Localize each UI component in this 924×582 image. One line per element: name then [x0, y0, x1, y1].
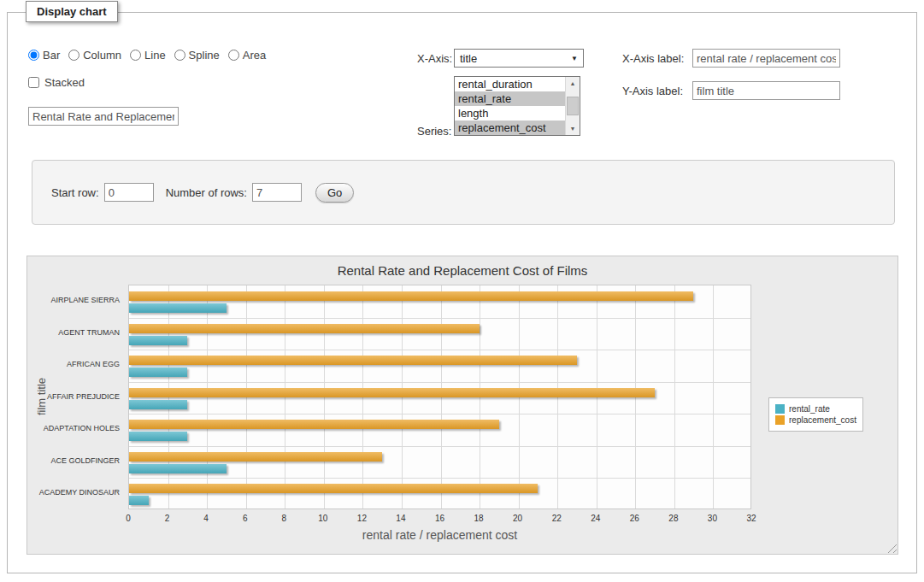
y-category-label: AFRICAN EGG — [27, 349, 120, 381]
chart-type-option-spline[interactable]: Spline — [174, 49, 220, 62]
y-category-labels: AIRPLANE SIERRAAGENT TRUMANAFRICAN EGGAF… — [27, 285, 124, 509]
bar-replacement_cost — [129, 291, 693, 301]
bar-rental_rate — [129, 336, 187, 345]
legend-swatch — [775, 404, 785, 414]
chart-container: Rental Rate and Replacement Cost of Film… — [26, 256, 898, 555]
x-axis-label-label: X-Axis label: — [622, 52, 684, 65]
scrollbar-thumb[interactable] — [567, 97, 579, 115]
scrollbar-up-icon[interactable]: ▲ — [566, 77, 580, 90]
go-button[interactable]: Go — [315, 183, 354, 203]
chart-type-radio-bar[interactable] — [28, 50, 39, 61]
x-axis-selected-value: title — [460, 52, 477, 65]
y-axis-label-label: Y-Axis label: — [622, 85, 683, 97]
chart-type-option-label: Line — [144, 49, 166, 62]
x-tick-label: 22 — [552, 514, 562, 523]
row-range-panel: Start row: Number of rows: Go — [32, 160, 895, 225]
y-category-label: ACADEMY DINOSAUR — [27, 477, 120, 509]
x-tick-label: 10 — [318, 514, 327, 523]
y-category-label: ACE GOLDFINGER — [27, 445, 120, 478]
series-select-label: Series: — [417, 125, 451, 138]
series-option-rental_duration[interactable]: rental_duration — [455, 77, 565, 91]
fieldset-legend: Display chart — [26, 1, 118, 22]
x-tick-label: 30 — [708, 514, 717, 523]
x-tick-label: 0 — [126, 514, 131, 523]
h-gridline — [129, 318, 750, 319]
chart-type-option-column[interactable]: Column — [68, 49, 121, 62]
h-gridline — [129, 446, 750, 447]
scrollbar[interactable]: ▲ ▼ — [565, 77, 580, 135]
display-chart-fieldset: Display chart BarColumnLineSplineArea St… — [7, 12, 917, 573]
x-tick-label: 8 — [282, 514, 287, 523]
y-category-label: AIRPLANE SIERRA — [27, 285, 120, 317]
chart-type-group: BarColumnLineSplineArea — [28, 49, 274, 62]
number-of-rows-label: Number of rows: — [166, 186, 247, 199]
stacked-label: Stacked — [44, 76, 85, 89]
x-axis-label-input[interactable] — [692, 49, 840, 68]
x-axis-title: rental rate / replacement cost — [128, 528, 751, 542]
chart-type-option-label: Column — [83, 49, 121, 62]
chart-type-option-label: Spline — [189, 49, 220, 62]
bar-replacement_cost — [129, 388, 655, 397]
series-options: rental_durationrental_ratelengthreplacem… — [455, 77, 565, 135]
series-option-rental_rate[interactable]: rental_rate — [455, 91, 565, 106]
v-gridline — [674, 285, 675, 509]
series-option-length[interactable]: length — [455, 106, 565, 121]
h-gridline — [129, 414, 750, 414]
chevron-down-icon: ▼ — [571, 55, 578, 62]
bar-rental_rate — [129, 496, 149, 505]
chart-type-radio-line[interactable] — [130, 50, 141, 61]
chart-title-input[interactable] — [28, 107, 179, 126]
bar-rental_rate — [129, 400, 187, 409]
x-tick-label: 12 — [357, 514, 367, 523]
chart-type-option-line[interactable]: Line — [130, 49, 166, 62]
v-gridline — [713, 285, 714, 509]
h-gridline — [129, 350, 750, 350]
legend-entry: replacement_cost — [775, 415, 856, 425]
y-category-label: AGENT TRUMAN — [27, 317, 120, 350]
bar-rental_rate — [129, 432, 187, 441]
x-axis-select[interactable]: title ▼ — [454, 49, 584, 68]
chart-type-radio-area[interactable] — [228, 50, 239, 61]
x-tick-label: 2 — [165, 514, 170, 523]
page: Display chart BarColumnLineSplineArea St… — [0, 0, 924, 582]
legend-entry: rental_rate — [775, 404, 856, 414]
x-tick-label: 4 — [203, 514, 209, 523]
y-axis-label-input[interactable] — [692, 81, 840, 100]
scrollbar-down-icon[interactable]: ▼ — [566, 122, 580, 135]
bar-rental_rate — [129, 464, 227, 473]
x-axis-select-label: X-Axis: — [417, 52, 452, 65]
series-option-replacement_cost[interactable]: replacement_cost — [455, 121, 565, 135]
chart-title: Rental Rate and Replacement Cost of Film… — [27, 263, 898, 278]
bar-replacement_cost — [129, 356, 577, 365]
stacked-checkbox[interactable] — [28, 77, 39, 88]
bar-rental_rate — [129, 367, 187, 377]
legend-label: rental_rate — [789, 404, 830, 414]
series-multiselect[interactable]: rental_durationrental_ratelengthreplacem… — [454, 76, 580, 136]
bar-replacement_cost — [129, 324, 480, 333]
start-row-input[interactable] — [104, 183, 154, 202]
plot-area — [128, 285, 751, 509]
chart-type-option-label: Bar — [43, 49, 60, 62]
start-row-label: Start row: — [51, 186, 99, 199]
x-tick-label: 14 — [396, 514, 405, 523]
chart-legend: rental_ratereplacement_cost — [768, 397, 863, 432]
legend-label: replacement_cost — [789, 415, 856, 425]
x-tick-label: 26 — [630, 514, 639, 523]
x-tick-label: 32 — [746, 514, 756, 523]
stacked-option[interactable]: Stacked — [28, 76, 85, 89]
chart-type-radio-spline[interactable] — [174, 50, 185, 61]
x-tick-label: 24 — [591, 514, 600, 523]
chart-type-option-label: Area — [243, 49, 266, 62]
bar-replacement_cost — [129, 452, 382, 461]
chart-type-radio-column[interactable] — [68, 50, 79, 61]
bar-rental_rate — [129, 303, 227, 313]
y-category-label: AFFAIR PREJUDICE — [27, 381, 120, 414]
bar-replacement_cost — [129, 484, 538, 493]
x-tick-label: 20 — [513, 514, 522, 523]
number-of-rows-input[interactable] — [252, 183, 302, 202]
chart-type-option-area[interactable]: Area — [228, 49, 266, 62]
y-category-label: ADAPTATION HOLES — [27, 413, 120, 445]
resize-handle[interactable] — [886, 542, 897, 553]
x-tick-label: 28 — [668, 514, 678, 523]
chart-type-option-bar[interactable]: Bar — [28, 49, 60, 62]
